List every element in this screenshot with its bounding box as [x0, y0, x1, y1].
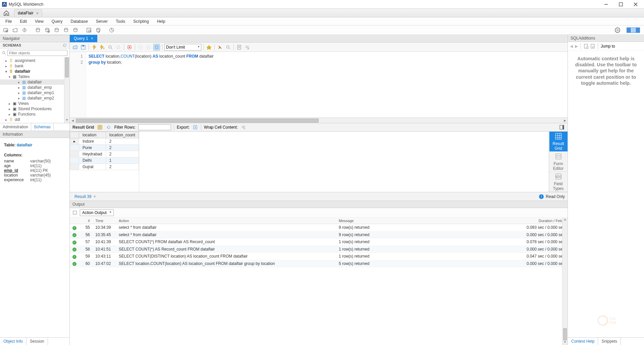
menu-edit[interactable]: Edit [16, 18, 30, 25]
output-row[interactable]: ✓5910:43:11SELECT COUNT(DISTINCT locatio… [70, 253, 568, 260]
output-row[interactable]: ✓5810:41:51SELECT COUNT(*) AS Record_cou… [70, 246, 568, 253]
result-grid[interactable]: location location_count ▸Indore2 Pune2 H… [70, 132, 139, 192]
word-wrap-icon[interactable] [244, 44, 251, 51]
tree-scrollbar[interactable]: ▲▼ [64, 57, 69, 123]
tab-snippets[interactable]: Snippets [598, 338, 621, 345]
field-types-view-button[interactable]: abc Field Types [549, 172, 568, 192]
menu-server[interactable]: Server [93, 18, 111, 25]
clear-output-icon[interactable] [72, 210, 77, 215]
rollback-icon[interactable] [145, 44, 152, 51]
output-row[interactable]: ✓5510:34:39select * from dataflair9 row(… [70, 224, 568, 231]
create-proc-icon[interactable] [62, 26, 70, 34]
close-icon[interactable]: × [91, 36, 93, 41]
col-header-location[interactable]: location [79, 132, 106, 138]
manual-help-icon[interactable] [590, 44, 595, 49]
refresh-schemas-icon[interactable] [63, 43, 67, 47]
save-icon[interactable] [80, 44, 87, 51]
open-file-icon[interactable] [72, 44, 78, 51]
output-row[interactable]: ✓6010:47:02SELECT location,COUNT(locatio… [70, 260, 568, 267]
tab-session[interactable]: Session [26, 338, 48, 345]
zoom-icon[interactable] [225, 44, 231, 51]
reconnect-icon[interactable] [95, 26, 102, 34]
table-row[interactable]: Delhi1 [70, 157, 139, 164]
new-sql-tab-icon[interactable] [2, 26, 9, 34]
table-row[interactable]: Heydrabad2 [70, 151, 139, 157]
query-tab-1[interactable]: Query 1 × [70, 35, 97, 42]
snippet-icon[interactable] [236, 44, 243, 51]
close-icon[interactable]: × [94, 194, 96, 199]
col-duration[interactable]: Duration / Fetch [517, 218, 568, 224]
tab-administration[interactable]: Administration [0, 123, 31, 131]
output-row[interactable]: ✓5610:35:45select * from dataflair9 row(… [70, 231, 568, 238]
beautify-icon[interactable] [206, 44, 212, 51]
form-editor-view-button[interactable]: Form Editor [549, 152, 568, 172]
tree-item-table-dataflair[interactable]: ▸▦dataflair [0, 79, 69, 85]
create-func-icon[interactable] [72, 26, 79, 34]
filter-schemas-input[interactable] [7, 50, 67, 56]
tree-item-tables[interactable]: ▾▦Tables [0, 74, 69, 79]
col-message[interactable]: Message [336, 218, 517, 224]
output-table[interactable]: # Time Action Message Duration / Fetch ✓… [70, 218, 568, 345]
col-action[interactable]: Action [116, 218, 336, 224]
output-row[interactable]: ✓5710:41:39SELECT COUNT(*) FROM dataflai… [70, 238, 568, 246]
tree-item-ddl[interactable]: ▸🛢ddl [0, 117, 69, 122]
auto-help-icon[interactable] [584, 44, 588, 49]
nav-back-icon[interactable]: ◀ [570, 44, 573, 49]
sql-code[interactable]: SELECT location,COUNT(location) AS locat… [86, 52, 216, 118]
table-row[interactable]: ▸Indore2 [70, 138, 139, 145]
col-hash[interactable]: # [79, 218, 93, 224]
result-grid-view-button[interactable]: Result Grid [549, 132, 568, 152]
toggle-whitespace-icon[interactable] [153, 44, 160, 51]
toggle-autocommit-icon[interactable] [126, 44, 133, 51]
execute-current-icon[interactable] [99, 44, 106, 51]
output-selector[interactable]: Action Output [80, 209, 114, 216]
tree-item-functions[interactable]: ▸▣Functions [0, 112, 69, 117]
tree-item-table-dataflair-emp[interactable]: ▸▦dataflair_emp [0, 85, 69, 90]
execute-icon[interactable] [91, 44, 98, 51]
search-table-data-icon[interactable] [85, 26, 93, 34]
result-grid-icon[interactable] [97, 124, 103, 130]
menu-query[interactable]: Query [48, 18, 66, 25]
create-view-icon[interactable] [53, 26, 60, 34]
tree-item-bank[interactable]: ▸🛢bank [0, 63, 69, 69]
tree-item-views[interactable]: ▸▣Views [0, 101, 69, 106]
create-schema-icon[interactable] [34, 26, 42, 34]
table-row[interactable]: Gujrat2 [70, 164, 139, 170]
menu-file[interactable]: File [2, 18, 15, 25]
output-scrollbar[interactable]: ▲▼ [562, 218, 568, 345]
menu-tools[interactable]: Tools [112, 18, 128, 25]
maximize-button[interactable] [619, 2, 623, 7]
menu-help[interactable]: Help [154, 18, 169, 25]
refresh-result-icon[interactable] [106, 124, 112, 130]
inspector-icon[interactable]: i [21, 26, 28, 34]
filter-rows-input[interactable] [138, 124, 171, 130]
tab-context-help[interactable]: Context Help [568, 338, 598, 345]
home-icon[interactable] [3, 10, 9, 16]
tab-object-info[interactable]: Object Info [0, 338, 26, 345]
toggle-panels-icon[interactable] [627, 27, 640, 33]
nav-fwd-icon[interactable]: ▶ [575, 44, 578, 49]
commit-icon[interactable] [137, 44, 144, 51]
wrap-cell-icon[interactable] [240, 124, 247, 130]
close-button[interactable] [633, 2, 638, 7]
close-icon[interactable]: × [36, 11, 39, 16]
create-table-icon[interactable] [44, 26, 51, 34]
table-row[interactable]: Pune2 [70, 145, 139, 151]
dashboard-icon[interactable] [108, 26, 115, 34]
tab-schemas[interactable]: Schemas [31, 123, 54, 131]
tree-item-stored-procs[interactable]: ▸▣Stored Procedures [0, 106, 69, 112]
jump-to-label[interactable]: Jump to [601, 44, 615, 49]
toggle-side-panel-icon[interactable] [559, 124, 565, 130]
tree-item-assignment[interactable]: ▸🛢assignment [0, 58, 69, 63]
tree-item-table-dataflair-emp1[interactable]: ▸▦dataflair_emp1 [0, 90, 69, 95]
export-icon[interactable] [192, 124, 198, 130]
menu-view[interactable]: View [32, 18, 47, 25]
stop-icon[interactable] [115, 44, 122, 51]
sql-editor[interactable]: 12 SELECT location,COUNT(location) AS lo… [70, 52, 568, 118]
menu-scripting[interactable]: Scripting [130, 18, 152, 25]
result-tab-39[interactable]: Result 39 × [72, 193, 98, 200]
minimize-button[interactable] [604, 2, 608, 7]
find-icon[interactable] [217, 44, 223, 51]
editor-hscrollbar[interactable]: ◀▶ [70, 118, 568, 123]
col-time[interactable]: Time [93, 218, 116, 224]
